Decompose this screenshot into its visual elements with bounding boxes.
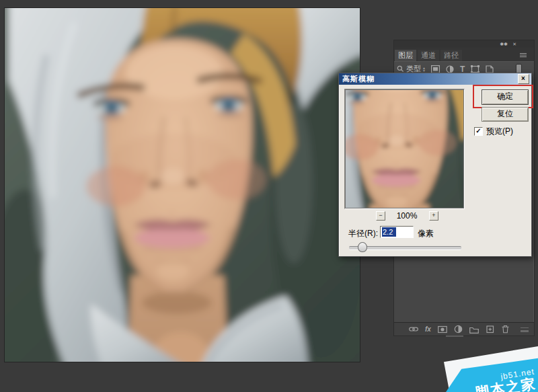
- panel-resize-grip[interactable]: [521, 327, 529, 330]
- gaussian-blur-dialog: 高斯模糊 × − 100% + 半径(R): 2.2 像素 确定 复位 预: [338, 73, 532, 257]
- add-layer-mask-icon[interactable]: [438, 325, 447, 334]
- panel-header: ✱✱ ✕: [394, 40, 534, 48]
- radius-unit-label: 像素: [418, 228, 434, 239]
- zoom-level: 100%: [385, 211, 429, 221]
- dialog-title: 高斯模糊: [342, 74, 375, 84]
- panel-drag-notch[interactable]: [446, 336, 463, 337]
- tab-layers[interactable]: 图层: [395, 50, 416, 61]
- zoom-out-button[interactable]: −: [376, 211, 385, 221]
- zoom-in-button[interactable]: +: [429, 211, 438, 221]
- adjustment-layer-filter-icon[interactable]: [446, 65, 454, 73]
- chevron-up-down-icon: ▲▼: [422, 67, 426, 72]
- delete-layer-icon[interactable]: [501, 325, 510, 334]
- watermark: jb51.net 脚本之家: [436, 342, 538, 392]
- reset-button[interactable]: 复位: [482, 107, 529, 122]
- shape-layer-filter-icon[interactable]: [471, 65, 479, 73]
- blur-preview-image: [346, 90, 463, 208]
- dialog-close-button[interactable]: ×: [518, 74, 529, 84]
- search-icon: [397, 65, 404, 73]
- smart-object-filter-icon[interactable]: [486, 65, 494, 73]
- collapse-panel-icon[interactable]: ✱✱: [500, 41, 508, 47]
- radius-slider-thumb[interactable]: [358, 242, 367, 252]
- type-layer-filter-icon[interactable]: T: [460, 65, 465, 73]
- pixel-layer-filter-icon[interactable]: [431, 65, 440, 73]
- adjustment-layer-icon[interactable]: [454, 325, 463, 334]
- preview-frame: [344, 89, 465, 209]
- radius-input[interactable]: 2.2: [380, 226, 414, 238]
- preview-checkbox[interactable]: [474, 127, 483, 136]
- tab-channels[interactable]: 通道: [418, 50, 439, 61]
- preview-checkbox-label: 预览(P): [486, 126, 513, 137]
- new-layer-icon[interactable]: [486, 325, 494, 334]
- panel-bottom-toolbar: fx: [394, 322, 534, 336]
- panel-menu-icon[interactable]: [519, 52, 527, 58]
- blur-preview[interactable]: [346, 90, 463, 208]
- photo-canvas: [5, 8, 360, 362]
- preview-checkbox-row: 预览(P): [474, 126, 513, 137]
- ok-button[interactable]: 确定: [482, 89, 529, 105]
- radius-label: 半径(R):: [348, 228, 378, 239]
- radius-value: 2.2: [382, 227, 396, 237]
- dialog-title-bar[interactable]: 高斯模糊 ×: [339, 73, 531, 85]
- layer-effects-icon[interactable]: fx: [425, 326, 431, 333]
- close-panel-icon[interactable]: ✕: [512, 41, 516, 47]
- new-group-icon[interactable]: [469, 325, 479, 334]
- link-layers-icon[interactable]: [409, 325, 418, 334]
- panel-tab-bar: 图层 通道 路径: [394, 48, 534, 61]
- tab-paths[interactable]: 路径: [440, 50, 462, 61]
- preview-zoom-row: − 100% +: [344, 210, 463, 220]
- portrait-photo: [5, 8, 360, 362]
- photoshop-workspace: ✱✱ ✕ 图层 通道 路径 类型 ▲▼ T: [0, 0, 538, 392]
